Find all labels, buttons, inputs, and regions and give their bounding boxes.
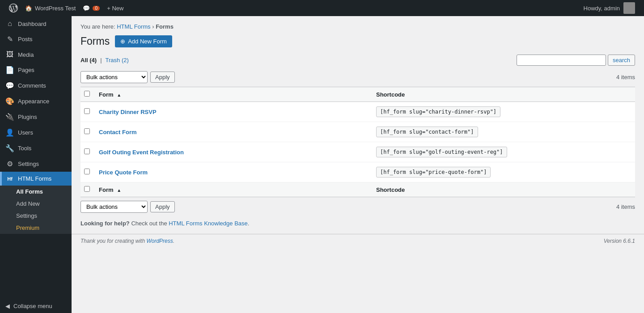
comments-link[interactable]: 💬 0 bbox=[79, 0, 103, 16]
row-shortcode-cell: [hf_form slug="golf-outing-event-reg"] bbox=[371, 142, 635, 162]
new-content-link[interactable]: + New bbox=[103, 0, 127, 16]
sidebar-item-posts[interactable]: ✎ Posts bbox=[0, 31, 72, 47]
sidebar-item-label: Posts bbox=[18, 36, 33, 42]
form-name-link-golf[interactable]: Golf Outing Event Registration bbox=[99, 149, 184, 156]
row-form-cell: Contact Form bbox=[93, 122, 371, 142]
row-form-cell: Golf Outing Event Registration bbox=[93, 142, 371, 162]
dashboard-icon: ⌂ bbox=[5, 20, 14, 28]
row-shortcode-cell: [hf_form slug="charity-dinner-rsvp"] bbox=[371, 102, 635, 122]
shortcode-value-charity: [hf_form slug="charity-dinner-rsvp"] bbox=[376, 106, 500, 117]
search-button[interactable]: search bbox=[608, 55, 635, 66]
submenu-premium[interactable]: Premium bbox=[0, 222, 72, 234]
sidebar-item-label: HTML Forms bbox=[18, 175, 51, 182]
collapse-menu-button[interactable]: ◀ Collapse menu bbox=[0, 299, 72, 313]
header-form-cell: Form ▲ bbox=[93, 87, 371, 102]
row-checkbox-cell bbox=[80, 122, 93, 142]
admin-bar: 🏠 WordPress Test 💬 0 + New Howdy, admin bbox=[0, 0, 644, 16]
row-checkbox-price[interactable] bbox=[84, 169, 90, 174]
footer-credit: Thank you for creating with WordPress. bbox=[80, 238, 174, 244]
sidebar-item-label: Tools bbox=[18, 145, 31, 152]
sidebar-item-plugins[interactable]: 🔌 Plugins bbox=[0, 109, 72, 125]
filter-separator: | bbox=[100, 57, 102, 63]
bulk-actions-bottom-apply-button[interactable]: Apply bbox=[150, 201, 175, 212]
select-all-checkbox-bottom[interactable] bbox=[84, 186, 90, 192]
sidebar-item-tools[interactable]: 🔧 Tools bbox=[0, 140, 72, 156]
help-text: Looking for help? Check out the HTML For… bbox=[80, 220, 635, 227]
form-name-link-charity[interactable]: Charity Dinner RSVP bbox=[99, 109, 157, 115]
items-count-bottom: 4 items bbox=[616, 203, 635, 210]
row-checkbox-cell bbox=[80, 142, 93, 162]
row-shortcode-cell: [hf_form slug="price-quote-form"] bbox=[371, 162, 635, 182]
sidebar-item-media[interactable]: 🖼 Media bbox=[0, 47, 72, 62]
sidebar-item-label: Appearance bbox=[18, 98, 49, 105]
form-name-link-price[interactable]: Price Quote Form bbox=[99, 169, 148, 176]
filter-all-link[interactable]: All (4) bbox=[80, 57, 97, 63]
collapse-icon: ◀ bbox=[5, 303, 10, 309]
breadcrumb-separator: › bbox=[152, 23, 156, 30]
table-header-row: Form ▲ Shortcode bbox=[80, 87, 635, 102]
shortcode-value-price: [hf_form slug="price-quote-form"] bbox=[376, 167, 491, 178]
howdy-label: Howdy, admin bbox=[584, 5, 620, 12]
shortcode-value-contact: [hf_form slug="contact-form"] bbox=[376, 127, 478, 137]
submenu-all-forms[interactable]: All Forms bbox=[0, 186, 72, 198]
sidebar-item-users[interactable]: 👤 Users bbox=[0, 125, 72, 140]
footer-form-cell: Form ▲ bbox=[93, 182, 371, 197]
settings-icon: ⚙ bbox=[5, 160, 14, 168]
shortcode-value-golf: [hf_form slug="golf-outing-event-reg"] bbox=[376, 147, 507, 157]
sidebar-item-pages[interactable]: 📄 Pages bbox=[0, 62, 72, 78]
breadcrumb: You are here: HTML Forms › Forms bbox=[80, 23, 635, 30]
sort-icon[interactable]: ▲ bbox=[117, 93, 121, 97]
add-new-form-button[interactable]: ⊕ Add New Form bbox=[115, 35, 172, 47]
submenu-add-new[interactable]: Add New bbox=[0, 198, 72, 210]
bulk-actions-bottom-select[interactable]: Bulk actions Delete bbox=[80, 201, 148, 213]
wp-logo[interactable] bbox=[5, 0, 21, 16]
submenu-settings[interactable]: Settings bbox=[0, 210, 72, 222]
filter-trash-label: Trash bbox=[106, 57, 120, 63]
header-form-label: Form bbox=[99, 91, 114, 98]
row-checkbox-contact[interactable] bbox=[84, 128, 90, 134]
row-checkbox-golf[interactable] bbox=[84, 148, 90, 154]
sidebar-item-label: Dashboard bbox=[18, 21, 47, 27]
plugins-icon: 🔌 bbox=[5, 113, 14, 121]
select-all-checkbox-top[interactable] bbox=[84, 91, 90, 97]
site-name-link[interactable]: 🏠 WordPress Test bbox=[21, 0, 79, 16]
sidebar-item-appearance[interactable]: 🎨 Appearance bbox=[0, 93, 72, 109]
help-check-out: Check out the bbox=[131, 220, 167, 227]
wp-footer: Thank you for creating with WordPress. V… bbox=[72, 234, 644, 248]
search-input[interactable] bbox=[517, 55, 606, 66]
kb-link[interactable]: HTML Forms Knowledge Base bbox=[169, 220, 248, 227]
row-checkbox-cell bbox=[80, 162, 93, 182]
footer-form-label: Form bbox=[99, 186, 114, 193]
breadcrumb-html-forms-link[interactable]: HTML Forms bbox=[117, 23, 150, 30]
footer-wordpress-link[interactable]: WordPress bbox=[146, 238, 173, 244]
tools-icon: 🔧 bbox=[5, 144, 14, 152]
sidebar-item-comments[interactable]: 💬 Comments bbox=[0, 78, 72, 93]
bulk-actions-top-apply-button[interactable]: Apply bbox=[150, 72, 175, 83]
howdy-text: Howdy, admin bbox=[580, 2, 639, 14]
table-row: Charity Dinner RSVP [hf_form slug="chari… bbox=[80, 102, 635, 122]
bulk-actions-top-select[interactable]: Bulk actions Delete bbox=[80, 71, 148, 83]
site-icon: 🏠 bbox=[25, 5, 32, 12]
form-name-link-contact[interactable]: Contact Form bbox=[99, 129, 137, 135]
row-shortcode-cell: [hf_form slug="contact-form"] bbox=[371, 122, 635, 142]
filter-all-label: All bbox=[80, 57, 88, 63]
filter-trash-count: (2) bbox=[122, 57, 129, 63]
filter-all-count: (4) bbox=[89, 57, 97, 63]
bulk-actions-bottom: Bulk actions Delete Apply 4 items bbox=[80, 201, 635, 213]
row-checkbox-charity[interactable] bbox=[84, 108, 90, 114]
footer-checkbox-cell bbox=[80, 182, 93, 197]
sidebar-item-html-forms[interactable]: Hf HTML Forms bbox=[0, 172, 72, 186]
add-new-label: Add New Form bbox=[128, 38, 167, 45]
appearance-icon: 🎨 bbox=[5, 97, 14, 106]
sidebar-item-label: Plugins bbox=[18, 114, 37, 120]
sidebar-item-settings[interactable]: ⚙ Settings bbox=[0, 156, 72, 172]
collapse-label: Collapse menu bbox=[13, 303, 52, 309]
sidebar-item-dashboard[interactable]: ⌂ Dashboard bbox=[0, 16, 72, 31]
header-checkbox-cell bbox=[80, 87, 93, 102]
filter-trash-link[interactable]: Trash (2) bbox=[106, 57, 129, 63]
footer-shortcode-cell: Shortcode bbox=[371, 182, 635, 197]
posts-icon: ✎ bbox=[5, 35, 14, 43]
bulk-actions-top: Bulk actions Delete Apply 4 items bbox=[80, 71, 635, 83]
footer-sort-icon[interactable]: ▲ bbox=[117, 188, 121, 193]
html-forms-submenu: All Forms Add New Settings Premium bbox=[0, 186, 72, 234]
